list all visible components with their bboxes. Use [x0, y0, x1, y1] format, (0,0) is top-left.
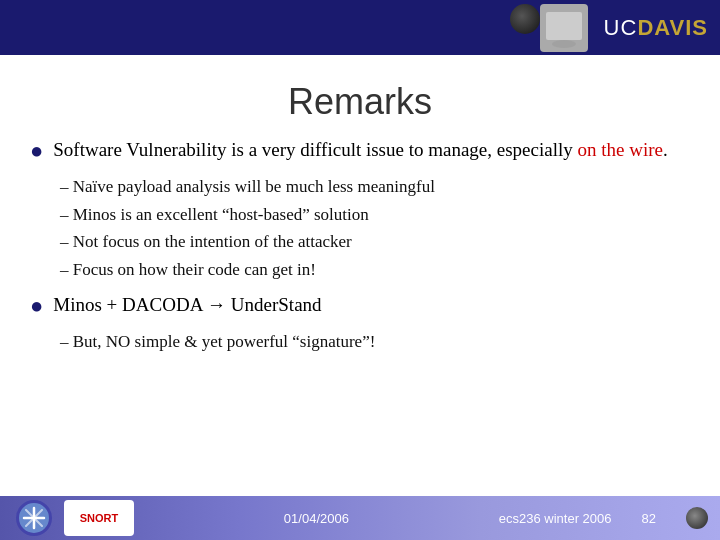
snort-text: SNORT — [80, 512, 119, 524]
bullet-text-2: Minos + DACODA → UnderStand — [53, 292, 321, 319]
footer-right: ecs236 winter 2006 82 — [499, 507, 708, 529]
footer-date: 01/04/2006 — [284, 511, 349, 526]
sub-bullets-2: But, NO simple & yet powerful “signature… — [60, 329, 690, 357]
uc-logo-image — [540, 4, 588, 52]
sub-bullet-1-1: Naïve payload analysis will be much less… — [60, 174, 690, 200]
main-bullet-1: ● Software Vulnerability is a very diffi… — [30, 137, 690, 164]
ucdavis-logo: UCDAVIS — [604, 15, 708, 41]
bullet1-text-after: . — [663, 139, 668, 160]
svg-rect-2 — [552, 27, 570, 29]
bullet-dot-1: ● — [30, 138, 43, 164]
footer-left: SNORT — [12, 500, 134, 536]
footer-course: ecs236 winter 2006 — [499, 511, 612, 526]
slide: UCDAVIS Remarks ● Software Vulnerability… — [0, 0, 720, 540]
slide-title: Remarks — [30, 81, 690, 123]
svg-rect-0 — [548, 18, 580, 40]
sub-bullet-2-1: But, NO simple & yet powerful “signature… — [60, 329, 690, 355]
slide-content: Remarks ● Software Vulnerability is a ve… — [0, 63, 720, 540]
sub-bullet-1-3: Not focus on the intention of the attack… — [60, 229, 690, 255]
svg-point-3 — [552, 40, 576, 48]
sub-bullets-1: Naïve payload analysis will be much less… — [60, 174, 690, 284]
uc-text: UC — [604, 15, 638, 40]
footer-bar: SNORT 01/04/2006 ecs236 winter 2006 82 — [0, 496, 720, 540]
bullet-dot-2: ● — [30, 293, 43, 319]
snort-logo: SNORT — [64, 500, 134, 536]
footer-page-number: 82 — [642, 511, 656, 526]
davis-text: DAVIS — [637, 15, 708, 40]
router-icon — [12, 500, 56, 536]
oval-decoration — [510, 4, 540, 34]
bullet1-text-before: Software Vulnerability is a very difficu… — [53, 139, 577, 160]
main-bullet-2: ● Minos + DACODA → UnderStand — [30, 292, 690, 319]
router-circle — [16, 500, 52, 536]
header-bar: UCDAVIS — [0, 0, 720, 55]
bullet-text-1: Software Vulnerability is a very difficu… — [53, 137, 667, 164]
sub-bullet-1-2: Minos is an excellent “host-based” solut… — [60, 202, 690, 228]
svg-rect-1 — [552, 22, 576, 25]
bullet1-highlight: on the wire — [578, 139, 663, 160]
bullet2-text: Minos + DACODA → UnderStand — [53, 294, 321, 315]
sub-bullet-1-4: Focus on how their code can get in! — [60, 257, 690, 283]
oval-bottom-decoration — [686, 507, 708, 529]
